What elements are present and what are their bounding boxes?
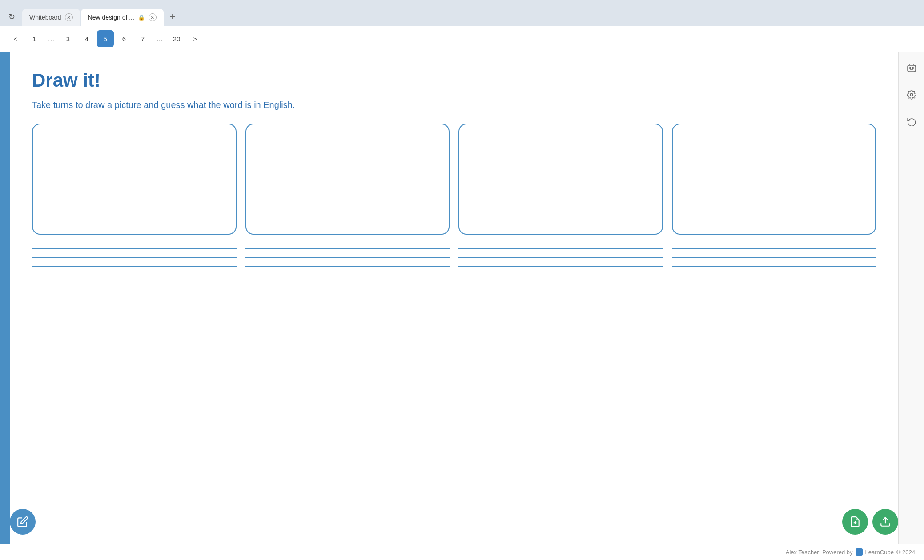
upload-fab-button[interactable]: [872, 509, 898, 535]
drawing-box-2[interactable]: [245, 124, 450, 235]
footer: Alex Teacher: Powered by LearnCube © 202…: [0, 544, 924, 560]
write-line-3-2: [458, 257, 663, 258]
write-line-4-3: [672, 266, 876, 267]
svg-point-1: [909, 68, 911, 69]
slide-title: Draw it!: [32, 70, 876, 91]
main-area: < 1 … 3 4 5 6 7 … 20 > Draw it! Take tur…: [0, 26, 924, 544]
drawing-box-4[interactable]: [672, 124, 876, 235]
write-line-2-1: [245, 248, 450, 249]
drawing-boxes-grid: [32, 124, 876, 235]
next-page-button[interactable]: >: [187, 30, 204, 47]
lines-column-3: [458, 248, 663, 267]
page-1-button[interactable]: 1: [26, 30, 43, 47]
write-line-2-2: [245, 257, 450, 258]
ai-tool-button[interactable]: [903, 59, 920, 77]
drawing-box-1[interactable]: [32, 124, 237, 235]
lock-icon: 🔒: [138, 14, 145, 21]
write-line-1-3: [32, 266, 237, 267]
tab-new-design-label: New design of ...: [88, 14, 134, 21]
new-tab-button[interactable]: +: [165, 9, 181, 25]
writing-lines-grid: [32, 248, 876, 267]
drawing-box-3[interactable]: [458, 124, 663, 235]
footer-text: Alex Teacher: Powered by: [786, 549, 853, 556]
slide-subtitle: Take turns to draw a picture and guess w…: [32, 100, 876, 110]
settings-button[interactable]: [903, 86, 920, 104]
footer-brand: LearnCube: [865, 549, 894, 556]
write-line-1-1: [32, 248, 237, 249]
browser-chrome: ↻ Whiteboard ✕ New design of ... 🔒 ✕ +: [0, 0, 924, 26]
left-stripe: [0, 52, 10, 544]
write-line-1-2: [32, 257, 237, 258]
tab-whiteboard-label: Whiteboard: [29, 14, 61, 21]
pagination-bar: < 1 … 3 4 5 6 7 … 20 >: [0, 26, 924, 52]
slide-page: Draw it! Take turns to draw a picture an…: [10, 52, 898, 544]
refresh-button[interactable]: ↻: [4, 9, 20, 25]
tab-new-design-close[interactable]: ✕: [149, 13, 157, 21]
right-sidebar: [898, 52, 924, 544]
write-line-3-3: [458, 266, 663, 267]
page-5-button[interactable]: 5: [97, 30, 114, 47]
footer-year: © 2024: [896, 549, 915, 556]
page-6-button[interactable]: 6: [116, 30, 133, 47]
lines-column-4: [672, 248, 876, 267]
page-4-button[interactable]: 4: [78, 30, 95, 47]
slide-container: Draw it! Take turns to draw a picture an…: [0, 52, 924, 544]
new-page-fab-button[interactable]: [842, 509, 868, 535]
ellipsis-2: …: [153, 30, 166, 47]
lines-column-2: [245, 248, 450, 267]
svg-point-2: [912, 68, 913, 69]
page-20-button[interactable]: 20: [168, 30, 185, 47]
svg-rect-0: [908, 65, 916, 72]
ellipsis-1: …: [44, 30, 58, 47]
write-line-4-1: [672, 248, 876, 249]
page-7-button[interactable]: 7: [134, 30, 151, 47]
learncube-icon: [856, 548, 863, 556]
write-line-3-1: [458, 248, 663, 249]
edit-fab-button[interactable]: [10, 509, 36, 535]
tab-new-design[interactable]: New design of ... 🔒 ✕: [81, 9, 164, 26]
history-button[interactable]: [903, 112, 920, 130]
write-line-4-2: [672, 257, 876, 258]
write-line-2-3: [245, 266, 450, 267]
fab-left-container: [10, 509, 36, 535]
tab-whiteboard[interactable]: Whiteboard ✕: [22, 9, 80, 26]
svg-point-3: [910, 93, 913, 96]
page-3-button[interactable]: 3: [60, 30, 76, 47]
fab-right-container: [842, 509, 898, 535]
prev-page-button[interactable]: <: [7, 30, 24, 47]
tab-whiteboard-close[interactable]: ✕: [65, 13, 73, 21]
lines-column-1: [32, 248, 237, 267]
